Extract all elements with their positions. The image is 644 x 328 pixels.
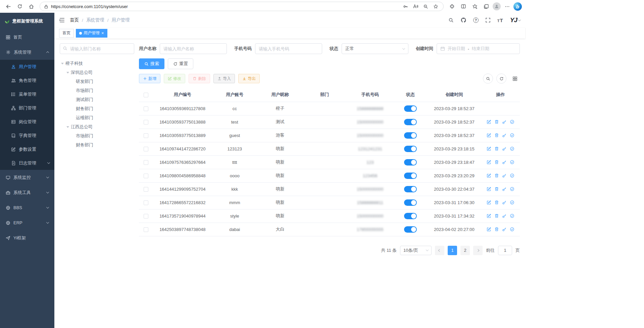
row-delete-icon[interactable] (494, 146, 499, 151)
tree-root-node[interactable]: 橙子科技 (60, 59, 134, 68)
user-menu[interactable]: YJ (510, 16, 521, 24)
row-reset-password-icon[interactable] (502, 214, 507, 218)
row-assign-role-icon[interactable] (510, 227, 514, 232)
tab-close-icon[interactable] (101, 31, 104, 36)
tree-dept-node[interactable]: 研发部门 (60, 77, 134, 86)
row-reset-password-icon[interactable] (502, 200, 507, 205)
row-edit-icon[interactable] (487, 133, 491, 138)
prev-page-button[interactable] (435, 246, 444, 255)
sidebar-item-tools[interactable]: 系统工具 (0, 185, 54, 200)
back-icon[interactable] (3, 1, 13, 11)
github-icon[interactable] (460, 17, 466, 23)
phone-input[interactable] (255, 43, 322, 54)
sidebar-item-home[interactable]: 首页 (0, 30, 54, 45)
row-assign-role-icon[interactable] (510, 173, 514, 178)
status-toggle[interactable] (404, 226, 417, 233)
tree-dept-node[interactable]: 测试部门 (60, 95, 134, 104)
add-button[interactable]: 新增 (139, 74, 160, 83)
zoom-out-icon[interactable] (422, 3, 429, 10)
font-size-icon[interactable]: TT (497, 17, 503, 23)
row-reset-password-icon[interactable] (502, 160, 507, 165)
sidebar-item-param-settings[interactable]: 参数设置 (0, 142, 54, 156)
tree-dept-node[interactable]: 财务部门 (60, 140, 134, 149)
search-icon[interactable] (448, 17, 454, 23)
refresh-table-icon[interactable] (496, 74, 506, 84)
row-checkbox[interactable] (144, 214, 148, 219)
row-assign-role-icon[interactable] (510, 200, 514, 205)
status-toggle[interactable] (404, 199, 417, 206)
row-assign-role-icon[interactable] (510, 120, 514, 124)
row-edit-icon[interactable] (487, 200, 491, 205)
row-reset-password-icon[interactable] (502, 227, 507, 232)
row-edit-icon[interactable] (487, 187, 491, 191)
favorites-bar-icon[interactable] (470, 1, 480, 11)
search-button[interactable]: 搜索 (139, 58, 164, 69)
sidebar-item-role-mgmt[interactable]: 角色管理 (0, 74, 54, 87)
row-delete-icon[interactable] (494, 200, 499, 205)
status-toggle[interactable] (404, 132, 417, 139)
status-toggle[interactable] (404, 105, 417, 112)
row-assign-role-icon[interactable] (510, 146, 514, 151)
sidebar-item-log-mgmt[interactable]: 日志管理 (0, 156, 54, 170)
page-button-2[interactable]: 2 (460, 246, 470, 255)
import-button[interactable]: 导入 (213, 74, 235, 83)
status-toggle[interactable] (404, 119, 417, 125)
row-checkbox[interactable] (144, 106, 148, 111)
favorites-add-icon[interactable] (432, 3, 439, 10)
read-aloud-icon[interactable] (412, 3, 419, 10)
row-delete-icon[interactable] (494, 227, 499, 232)
sidebar-item-user-mgmt[interactable]: 用户管理 (0, 60, 54, 74)
row-delete-icon[interactable] (494, 133, 499, 138)
sidebar-item-dept-mgmt[interactable]: 部门管理 (0, 101, 54, 115)
row-reset-password-icon[interactable] (502, 146, 507, 151)
row-delete-icon[interactable] (494, 173, 499, 178)
refresh-icon[interactable] (15, 1, 25, 11)
row-checkbox[interactable] (144, 147, 148, 151)
row-assign-role-icon[interactable] (510, 133, 514, 138)
row-delete-icon[interactable] (494, 214, 499, 218)
sidebar-item-post-mgmt[interactable]: 岗位管理 (0, 115, 54, 129)
row-checkbox[interactable] (144, 187, 148, 192)
page-size-select[interactable]: 10条/页 (400, 246, 432, 255)
status-toggle[interactable] (404, 213, 417, 219)
profile-avatar[interactable] (493, 2, 501, 10)
row-checkbox[interactable] (144, 133, 148, 138)
export-button[interactable]: 导出 (238, 74, 260, 83)
row-assign-role-icon[interactable] (510, 160, 514, 165)
row-checkbox[interactable] (144, 200, 148, 205)
row-assign-role-icon[interactable] (510, 214, 514, 218)
dept-search-input[interactable] (60, 43, 134, 54)
row-assign-role-icon[interactable] (510, 187, 514, 191)
row-delete-icon[interactable] (494, 120, 499, 124)
tree-company-node[interactable]: 江西总公司 (60, 122, 134, 131)
status-toggle[interactable] (404, 186, 417, 192)
password-key-icon[interactable] (402, 3, 409, 10)
extensions-icon[interactable] (447, 1, 457, 11)
tree-company-node[interactable]: 深圳总公司 (60, 68, 134, 77)
reset-button[interactable]: 重置 (168, 58, 193, 69)
row-checkbox[interactable] (144, 120, 148, 125)
sidebar-item-bbs[interactable]: BBS (0, 200, 54, 215)
row-checkbox[interactable] (144, 227, 148, 232)
collections-icon[interactable] (481, 1, 491, 11)
row-checkbox[interactable] (144, 174, 148, 178)
row-reset-password-icon[interactable] (502, 120, 507, 124)
row-edit-icon[interactable] (487, 160, 491, 165)
help-icon[interactable]: ? (473, 17, 479, 23)
edit-button[interactable]: 修改 (164, 74, 185, 83)
row-delete-icon[interactable] (494, 187, 499, 191)
row-edit-icon[interactable] (487, 146, 491, 151)
row-edit-icon[interactable] (487, 120, 491, 124)
username-input[interactable] (160, 43, 227, 54)
sidebar-item-yi-framework[interactable]: Yi框架 (0, 230, 54, 245)
split-screen-icon[interactable] (458, 1, 468, 11)
address-bar[interactable]: https://ccnetcore.com:1101/system/user (40, 2, 444, 11)
tree-dept-node[interactable]: 市场部门 (60, 131, 134, 140)
delete-button[interactable]: 删除 (189, 74, 210, 83)
row-reset-password-icon[interactable] (502, 133, 507, 138)
status-toggle[interactable] (404, 146, 417, 152)
row-reset-password-icon[interactable] (502, 187, 507, 191)
tree-dept-node[interactable]: 财务部门 (60, 104, 134, 113)
home-icon[interactable] (26, 1, 36, 11)
tree-dept-node[interactable]: 运维部门 (60, 113, 134, 122)
